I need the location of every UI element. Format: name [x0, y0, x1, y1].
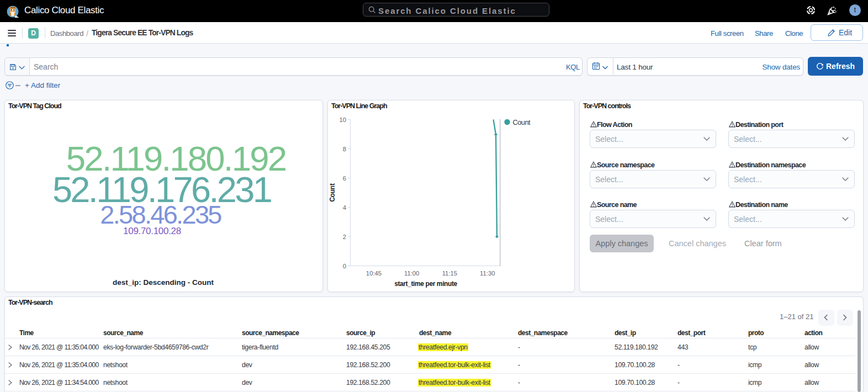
- svg-text:10:45: 10:45: [366, 270, 382, 277]
- svg-text:0: 0: [343, 263, 346, 269]
- svg-text:2: 2: [343, 234, 346, 240]
- svg-text:6: 6: [343, 175, 346, 182]
- svg-text:Count: Count: [513, 119, 531, 126]
- svg-text:Count: Count: [329, 183, 336, 202]
- svg-text:8: 8: [343, 146, 346, 152]
- svg-text:start_time per minute: start_time per minute: [394, 280, 457, 288]
- svg-text:10: 10: [339, 116, 346, 123]
- svg-text:11:30: 11:30: [480, 270, 495, 277]
- svg-text:11:00: 11:00: [404, 270, 419, 277]
- svg-text:4: 4: [343, 204, 346, 211]
- svg-text:11:15: 11:15: [442, 270, 457, 277]
